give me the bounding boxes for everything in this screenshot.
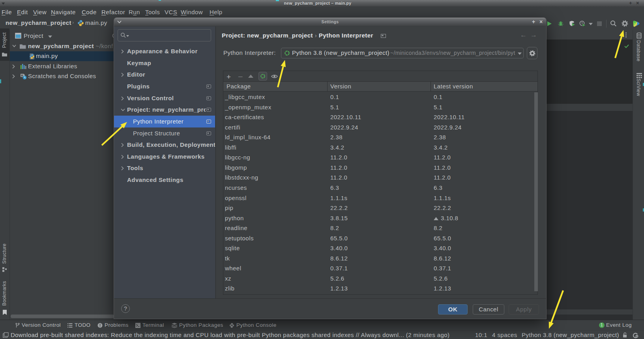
svg-text:1: 1 (601, 323, 603, 328)
